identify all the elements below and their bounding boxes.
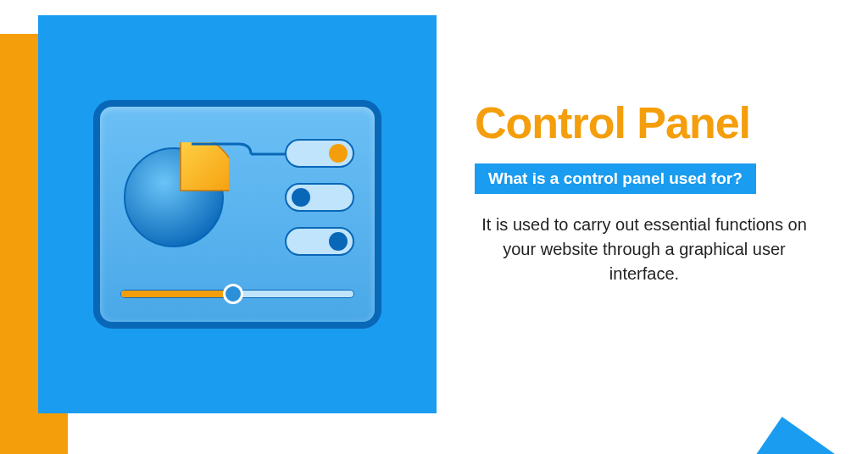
toggle-switch-1	[285, 139, 354, 168]
connector-line-icon	[192, 141, 293, 166]
text-content: Control Panel What is a control panel us…	[475, 97, 839, 286]
toggle-switch-3	[285, 227, 354, 256]
body-paragraph: It is used to carry out essential functi…	[475, 213, 814, 286]
toggle-group	[285, 139, 354, 256]
slider-track	[120, 290, 354, 298]
page-title: Control Panel	[475, 97, 839, 148]
corner-triangle-icon	[744, 412, 841, 454]
illustration-panel	[38, 15, 437, 413]
control-panel-screen	[93, 100, 381, 329]
slider-fill	[121, 291, 233, 297]
subtitle-badge: What is a control panel used for?	[475, 163, 756, 194]
toggle-knob-icon	[329, 144, 348, 163]
toggle-knob-icon	[329, 232, 348, 251]
toggle-switch-2	[285, 183, 354, 212]
toggle-knob-icon	[292, 188, 310, 207]
slider-thumb-icon	[223, 284, 243, 304]
